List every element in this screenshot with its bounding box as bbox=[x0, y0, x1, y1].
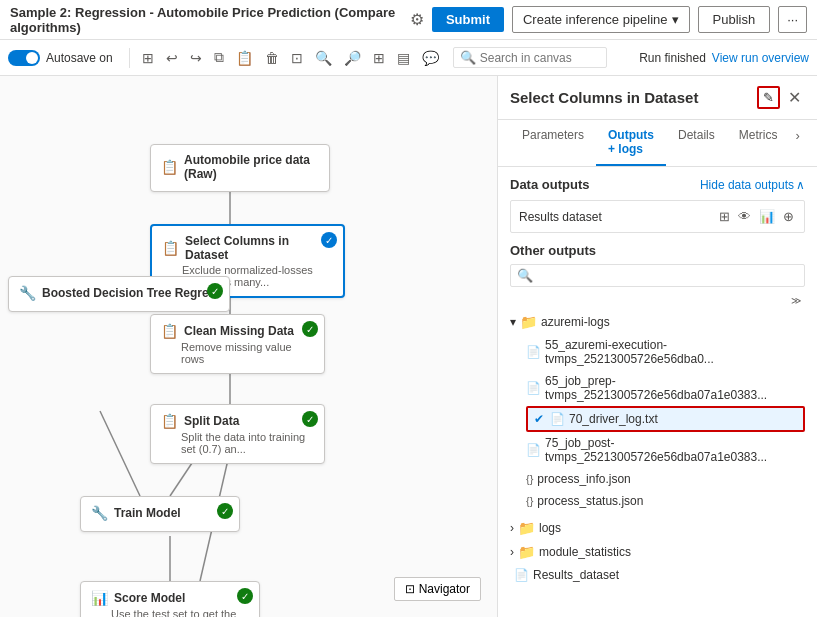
chevron-up-icon: ∧ bbox=[796, 178, 805, 192]
dataset-chart-icon[interactable]: 📊 bbox=[757, 207, 777, 226]
redo-icon[interactable]: ↪ bbox=[186, 48, 206, 68]
panel-edit-button[interactable]: ✎ bbox=[757, 86, 780, 109]
node-clean-title: Clean Missing Data bbox=[184, 324, 294, 338]
right-panel: Select Columns in Dataset ✎ ✕ Parameters… bbox=[497, 76, 817, 617]
dataset-action-buttons: ⊞ 👁 📊 ⊕ bbox=[717, 207, 796, 226]
tree-item-results[interactable]: 📄 Results_dataset bbox=[510, 564, 805, 586]
json-icon-6: {} bbox=[526, 495, 533, 507]
dataset-table-icon[interactable]: ⊞ bbox=[717, 207, 732, 226]
folder-module-stats[interactable]: › 📁 module_statistics bbox=[510, 540, 805, 564]
tree-item-4[interactable]: 📄 75_job_post-tvmps_25213005726e56dba07a… bbox=[526, 432, 805, 468]
folder-logs-expand-icon: › bbox=[510, 521, 514, 535]
layout-icon[interactable]: ▤ bbox=[393, 48, 414, 68]
toolbar: Autosave on ⊞ ↩ ↪ ⧉ 📋 🗑 ⊡ 🔍 🔎 ⊞ ▤ 💬 🔍 Ru… bbox=[0, 40, 817, 76]
hide-data-outputs-link[interactable]: Hide data outputs ∧ bbox=[700, 178, 805, 192]
panel-close-button[interactable]: ✕ bbox=[784, 88, 805, 107]
search-icon: 🔍 bbox=[460, 50, 476, 65]
top-bar: Sample 2: Regression - Automobile Price … bbox=[0, 0, 817, 40]
node-train-icon: 🔧 bbox=[91, 505, 108, 521]
canvas-search-input[interactable] bbox=[480, 51, 600, 65]
node-score-check: ✓ bbox=[237, 588, 253, 604]
tree-item-4-label: 75_job_post-tvmps_25213005726e56dba07a1e… bbox=[545, 436, 805, 464]
node-split-data[interactable]: 📋 Split Data Split the data into trainin… bbox=[150, 404, 325, 464]
zoom-in-icon[interactable]: 🔎 bbox=[340, 48, 365, 68]
tree-item-5-label: process_info.json bbox=[537, 472, 630, 486]
node-boosted-tree[interactable]: 🔧 Boosted Decision Tree Regre... ✓ bbox=[8, 276, 230, 312]
tree-item-2-label: 65_job_prep-tvmps_25213005726e56dba07a1e… bbox=[545, 374, 805, 402]
chevron-down-icon: ▾ bbox=[672, 12, 679, 27]
node-score-icon: 📊 bbox=[91, 590, 108, 606]
node-boosted-check: ✓ bbox=[207, 283, 223, 299]
node-split-title: Split Data bbox=[184, 414, 239, 428]
tree-item-6[interactable]: {} process_status.json bbox=[526, 490, 805, 512]
tab-parameters[interactable]: Parameters bbox=[510, 120, 596, 166]
tab-metrics[interactable]: Metrics bbox=[727, 120, 790, 166]
undo-icon[interactable]: ↩ bbox=[162, 48, 182, 68]
comment-icon[interactable]: 💬 bbox=[418, 48, 443, 68]
node-boosted-icon: 🔧 bbox=[19, 285, 36, 301]
zoom-fit-icon[interactable]: ⊡ bbox=[287, 48, 307, 68]
node-clean-missing[interactable]: 📋 Clean Missing Data Remove missing valu… bbox=[150, 314, 325, 374]
folder-module-icon: 📁 bbox=[518, 544, 535, 560]
copy-icon[interactable]: ⧉ bbox=[210, 47, 228, 68]
tree-item-6-label: process_status.json bbox=[537, 494, 643, 508]
tab-outputs-logs[interactable]: Outputs + logs bbox=[596, 120, 666, 166]
other-outputs-search[interactable]: 🔍 bbox=[510, 264, 805, 287]
autosave-switch[interactable] bbox=[8, 50, 40, 66]
paste-icon[interactable]: 📋 bbox=[232, 48, 257, 68]
canvas-search-box[interactable]: 🔍 bbox=[453, 47, 607, 68]
more-options-button[interactable]: ··· bbox=[778, 6, 807, 33]
tabs-more-arrow[interactable]: › bbox=[789, 120, 805, 166]
folder-logs-label: logs bbox=[539, 521, 561, 535]
other-search-input[interactable] bbox=[537, 269, 798, 283]
folder-azuremi-logs[interactable]: ▾ 📁 azuremi-logs bbox=[510, 310, 805, 334]
folder-azuremi-label: azuremi-logs bbox=[541, 315, 610, 329]
create-pipeline-button[interactable]: Create inference pipeline ▾ bbox=[512, 6, 690, 33]
autosave-toggle[interactable]: Autosave on bbox=[8, 50, 113, 66]
folder-logs[interactable]: › 📁 logs bbox=[510, 516, 805, 540]
file-icon-2: 📄 bbox=[526, 381, 541, 395]
svg-line-4 bbox=[100, 411, 140, 496]
dataset-share-icon[interactable]: ⊕ bbox=[781, 207, 796, 226]
submit-button[interactable]: Submit bbox=[432, 7, 504, 32]
node-split-icon: 📋 bbox=[161, 413, 178, 429]
publish-button[interactable]: Publish bbox=[698, 6, 771, 33]
node-clean-icon: 📋 bbox=[161, 323, 178, 339]
node-score-title: Score Model bbox=[114, 591, 185, 605]
tree-item-5[interactable]: {} process_info.json bbox=[526, 468, 805, 490]
navigator-icon: ⊡ bbox=[405, 582, 415, 596]
collapse-button[interactable]: ≫ bbox=[787, 295, 805, 306]
tree-item-1[interactable]: 📄 55_azuremi-execution-tvmps_25213005726… bbox=[526, 334, 805, 370]
panel-header: Select Columns in Dataset ✎ ✕ bbox=[498, 76, 817, 120]
canvas[interactable]: 📋 Automobile price data (Raw) 📋 Select C… bbox=[0, 76, 497, 617]
zoom-out-icon[interactable]: 🔍 bbox=[311, 48, 336, 68]
run-finished-label: Run finished bbox=[639, 51, 706, 65]
grid-icon[interactable]: ⊞ bbox=[138, 48, 158, 68]
node-train-model[interactable]: 🔧 Train Model ✓ bbox=[80, 496, 240, 532]
delete-icon[interactable]: 🗑 bbox=[261, 48, 283, 68]
file-icon-results: 📄 bbox=[514, 568, 529, 582]
data-outputs-header: Data outputs Hide data outputs ∧ bbox=[510, 177, 805, 192]
node-select-check: ✓ bbox=[321, 232, 337, 248]
file-icon-3: 📄 bbox=[550, 412, 565, 426]
search-icon-2: 🔍 bbox=[517, 268, 533, 283]
node-score-model[interactable]: 📊 Score Model Use the test set to get th… bbox=[80, 581, 260, 617]
node-automobile-title: Automobile price data (Raw) bbox=[184, 153, 319, 181]
node-select-title: Select Columns in Dataset bbox=[185, 234, 333, 262]
tree-item-3[interactable]: ✔ 📄 70_driver_log.txt bbox=[526, 406, 805, 432]
tree-item-2[interactable]: 📄 65_job_prep-tvmps_25213005726e56dba07a… bbox=[526, 370, 805, 406]
tree-item-3-label: 70_driver_log.txt bbox=[569, 412, 658, 426]
node-score-desc: Use the test set to get the predicted pr… bbox=[91, 608, 249, 617]
view-icon[interactable]: ⊞ bbox=[369, 48, 389, 68]
main-content: 📋 Automobile price data (Raw) 📋 Select C… bbox=[0, 76, 817, 617]
tree-item-1-label: 55_azuremi-execution-tvmps_25213005726e5… bbox=[545, 338, 805, 366]
node-automobile-data[interactable]: 📋 Automobile price data (Raw) bbox=[150, 144, 330, 192]
folder-module-label: module_statistics bbox=[539, 545, 631, 559]
view-run-link[interactable]: View run overview bbox=[712, 51, 809, 65]
blue-check-icon: ✔ bbox=[534, 412, 544, 426]
dataset-eye-icon[interactable]: 👁 bbox=[736, 207, 753, 226]
node-automobile-icon: 📋 bbox=[161, 159, 178, 175]
navigator-button[interactable]: ⊡ Navigator bbox=[394, 577, 481, 601]
settings-icon[interactable]: ⚙ bbox=[410, 10, 424, 29]
tab-details[interactable]: Details bbox=[666, 120, 727, 166]
